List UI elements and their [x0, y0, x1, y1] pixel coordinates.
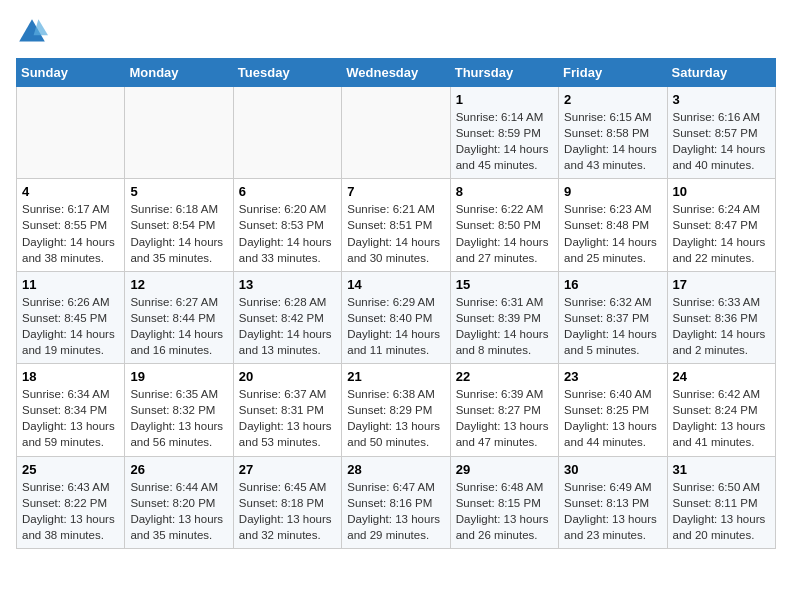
- day-number: 13: [239, 277, 336, 292]
- day-number: 30: [564, 462, 661, 477]
- weekday-header-row: SundayMondayTuesdayWednesdayThursdayFrid…: [17, 59, 776, 87]
- day-number: 25: [22, 462, 119, 477]
- calendar-cell: 8Sunrise: 6:22 AM Sunset: 8:50 PM Daylig…: [450, 179, 558, 271]
- day-info: Sunrise: 6:34 AM Sunset: 8:34 PM Dayligh…: [22, 386, 119, 450]
- day-number: 19: [130, 369, 227, 384]
- calendar-cell: 3Sunrise: 6:16 AM Sunset: 8:57 PM Daylig…: [667, 87, 775, 179]
- day-info: Sunrise: 6:18 AM Sunset: 8:54 PM Dayligh…: [130, 201, 227, 265]
- day-info: Sunrise: 6:28 AM Sunset: 8:42 PM Dayligh…: [239, 294, 336, 358]
- calendar-cell: 16Sunrise: 6:32 AM Sunset: 8:37 PM Dayli…: [559, 271, 667, 363]
- day-number: 17: [673, 277, 770, 292]
- calendar-cell: 29Sunrise: 6:48 AM Sunset: 8:15 PM Dayli…: [450, 456, 558, 548]
- calendar-cell: 10Sunrise: 6:24 AM Sunset: 8:47 PM Dayli…: [667, 179, 775, 271]
- calendar-cell: [125, 87, 233, 179]
- day-info: Sunrise: 6:40 AM Sunset: 8:25 PM Dayligh…: [564, 386, 661, 450]
- day-number: 26: [130, 462, 227, 477]
- calendar-week-row: 18Sunrise: 6:34 AM Sunset: 8:34 PM Dayli…: [17, 364, 776, 456]
- day-info: Sunrise: 6:23 AM Sunset: 8:48 PM Dayligh…: [564, 201, 661, 265]
- calendar-cell: 6Sunrise: 6:20 AM Sunset: 8:53 PM Daylig…: [233, 179, 341, 271]
- day-number: 7: [347, 184, 444, 199]
- calendar-cell: 28Sunrise: 6:47 AM Sunset: 8:16 PM Dayli…: [342, 456, 450, 548]
- calendar-cell: 5Sunrise: 6:18 AM Sunset: 8:54 PM Daylig…: [125, 179, 233, 271]
- day-info: Sunrise: 6:14 AM Sunset: 8:59 PM Dayligh…: [456, 109, 553, 173]
- calendar-cell: [233, 87, 341, 179]
- day-number: 31: [673, 462, 770, 477]
- day-info: Sunrise: 6:21 AM Sunset: 8:51 PM Dayligh…: [347, 201, 444, 265]
- day-info: Sunrise: 6:27 AM Sunset: 8:44 PM Dayligh…: [130, 294, 227, 358]
- day-number: 23: [564, 369, 661, 384]
- day-info: Sunrise: 6:31 AM Sunset: 8:39 PM Dayligh…: [456, 294, 553, 358]
- calendar-cell: 13Sunrise: 6:28 AM Sunset: 8:42 PM Dayli…: [233, 271, 341, 363]
- calendar-cell: 21Sunrise: 6:38 AM Sunset: 8:29 PM Dayli…: [342, 364, 450, 456]
- day-info: Sunrise: 6:17 AM Sunset: 8:55 PM Dayligh…: [22, 201, 119, 265]
- day-info: Sunrise: 6:16 AM Sunset: 8:57 PM Dayligh…: [673, 109, 770, 173]
- calendar-cell: 12Sunrise: 6:27 AM Sunset: 8:44 PM Dayli…: [125, 271, 233, 363]
- day-info: Sunrise: 6:26 AM Sunset: 8:45 PM Dayligh…: [22, 294, 119, 358]
- day-number: 22: [456, 369, 553, 384]
- day-number: 20: [239, 369, 336, 384]
- calendar-cell: 22Sunrise: 6:39 AM Sunset: 8:27 PM Dayli…: [450, 364, 558, 456]
- day-info: Sunrise: 6:15 AM Sunset: 8:58 PM Dayligh…: [564, 109, 661, 173]
- day-number: 3: [673, 92, 770, 107]
- day-info: Sunrise: 6:45 AM Sunset: 8:18 PM Dayligh…: [239, 479, 336, 543]
- calendar-cell: 14Sunrise: 6:29 AM Sunset: 8:40 PM Dayli…: [342, 271, 450, 363]
- calendar-week-row: 11Sunrise: 6:26 AM Sunset: 8:45 PM Dayli…: [17, 271, 776, 363]
- day-info: Sunrise: 6:47 AM Sunset: 8:16 PM Dayligh…: [347, 479, 444, 543]
- day-info: Sunrise: 6:37 AM Sunset: 8:31 PM Dayligh…: [239, 386, 336, 450]
- calendar-cell: 19Sunrise: 6:35 AM Sunset: 8:32 PM Dayli…: [125, 364, 233, 456]
- day-number: 29: [456, 462, 553, 477]
- calendar-cell: 31Sunrise: 6:50 AM Sunset: 8:11 PM Dayli…: [667, 456, 775, 548]
- logo-icon: [16, 16, 48, 48]
- calendar-cell: 24Sunrise: 6:42 AM Sunset: 8:24 PM Dayli…: [667, 364, 775, 456]
- day-number: 9: [564, 184, 661, 199]
- day-number: 16: [564, 277, 661, 292]
- calendar-table: SundayMondayTuesdayWednesdayThursdayFrid…: [16, 58, 776, 549]
- weekday-header-wednesday: Wednesday: [342, 59, 450, 87]
- calendar-cell: 1Sunrise: 6:14 AM Sunset: 8:59 PM Daylig…: [450, 87, 558, 179]
- day-info: Sunrise: 6:22 AM Sunset: 8:50 PM Dayligh…: [456, 201, 553, 265]
- day-info: Sunrise: 6:39 AM Sunset: 8:27 PM Dayligh…: [456, 386, 553, 450]
- day-info: Sunrise: 6:32 AM Sunset: 8:37 PM Dayligh…: [564, 294, 661, 358]
- calendar-cell: 23Sunrise: 6:40 AM Sunset: 8:25 PM Dayli…: [559, 364, 667, 456]
- weekday-header-tuesday: Tuesday: [233, 59, 341, 87]
- calendar-cell: 26Sunrise: 6:44 AM Sunset: 8:20 PM Dayli…: [125, 456, 233, 548]
- weekday-header-sunday: Sunday: [17, 59, 125, 87]
- calendar-cell: 9Sunrise: 6:23 AM Sunset: 8:48 PM Daylig…: [559, 179, 667, 271]
- day-info: Sunrise: 6:48 AM Sunset: 8:15 PM Dayligh…: [456, 479, 553, 543]
- calendar-week-row: 4Sunrise: 6:17 AM Sunset: 8:55 PM Daylig…: [17, 179, 776, 271]
- calendar-cell: 11Sunrise: 6:26 AM Sunset: 8:45 PM Dayli…: [17, 271, 125, 363]
- day-number: 21: [347, 369, 444, 384]
- day-number: 2: [564, 92, 661, 107]
- day-info: Sunrise: 6:50 AM Sunset: 8:11 PM Dayligh…: [673, 479, 770, 543]
- day-number: 18: [22, 369, 119, 384]
- day-info: Sunrise: 6:24 AM Sunset: 8:47 PM Dayligh…: [673, 201, 770, 265]
- day-number: 24: [673, 369, 770, 384]
- day-number: 14: [347, 277, 444, 292]
- day-number: 6: [239, 184, 336, 199]
- day-info: Sunrise: 6:33 AM Sunset: 8:36 PM Dayligh…: [673, 294, 770, 358]
- calendar-cell: 30Sunrise: 6:49 AM Sunset: 8:13 PM Dayli…: [559, 456, 667, 548]
- calendar-cell: [342, 87, 450, 179]
- day-info: Sunrise: 6:38 AM Sunset: 8:29 PM Dayligh…: [347, 386, 444, 450]
- day-number: 8: [456, 184, 553, 199]
- day-number: 12: [130, 277, 227, 292]
- day-number: 27: [239, 462, 336, 477]
- day-number: 5: [130, 184, 227, 199]
- day-number: 15: [456, 277, 553, 292]
- day-info: Sunrise: 6:44 AM Sunset: 8:20 PM Dayligh…: [130, 479, 227, 543]
- calendar-cell: 20Sunrise: 6:37 AM Sunset: 8:31 PM Dayli…: [233, 364, 341, 456]
- calendar-cell: 2Sunrise: 6:15 AM Sunset: 8:58 PM Daylig…: [559, 87, 667, 179]
- weekday-header-monday: Monday: [125, 59, 233, 87]
- weekday-header-saturday: Saturday: [667, 59, 775, 87]
- day-number: 28: [347, 462, 444, 477]
- calendar-cell: 7Sunrise: 6:21 AM Sunset: 8:51 PM Daylig…: [342, 179, 450, 271]
- weekday-header-thursday: Thursday: [450, 59, 558, 87]
- calendar-cell: 27Sunrise: 6:45 AM Sunset: 8:18 PM Dayli…: [233, 456, 341, 548]
- day-info: Sunrise: 6:43 AM Sunset: 8:22 PM Dayligh…: [22, 479, 119, 543]
- logo: [16, 16, 52, 48]
- calendar-week-row: 1Sunrise: 6:14 AM Sunset: 8:59 PM Daylig…: [17, 87, 776, 179]
- calendar-cell: 4Sunrise: 6:17 AM Sunset: 8:55 PM Daylig…: [17, 179, 125, 271]
- calendar-cell: 25Sunrise: 6:43 AM Sunset: 8:22 PM Dayli…: [17, 456, 125, 548]
- weekday-header-friday: Friday: [559, 59, 667, 87]
- day-number: 4: [22, 184, 119, 199]
